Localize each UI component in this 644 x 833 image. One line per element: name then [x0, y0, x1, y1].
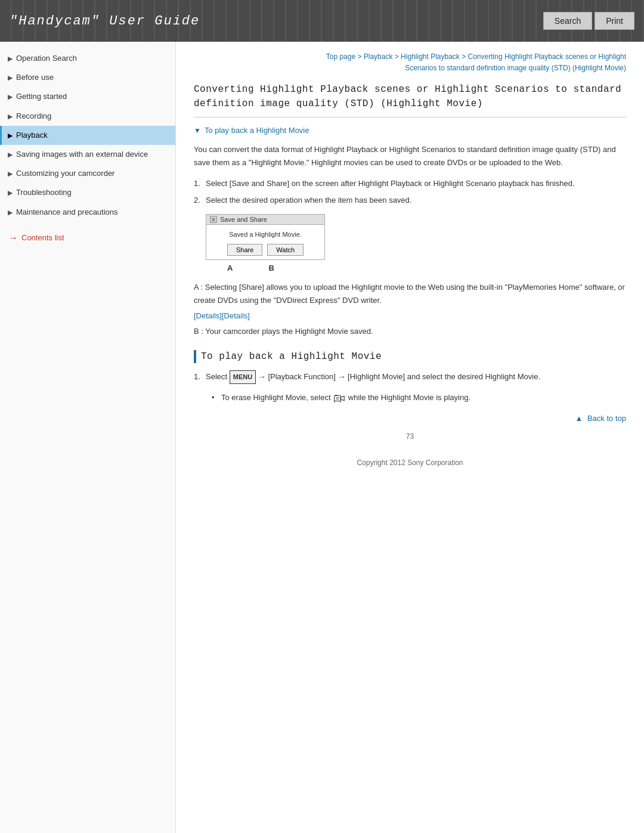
label-b: B [268, 264, 274, 272]
screenshot-titlebar: x Save and Share [206, 215, 324, 225]
body-text-1: You can convert the data format of Highl… [194, 143, 626, 169]
arrow-right-icon: → [8, 233, 18, 243]
screenshot-message: Saved a Highlight Movie. [212, 231, 318, 238]
section2-title: To play back a Highlight Movie [201, 351, 382, 362]
sidebar-item-label: Saving images with an external device [16, 149, 148, 160]
breadcrumb-line2: Scenarios to standard definition image q… [405, 64, 626, 72]
step2-1: Select MENU → [Playback Function] → [Hig… [194, 370, 626, 384]
sidebar-item-label: Troubleshooting [16, 187, 72, 198]
sidebar-item-label: Recording [16, 111, 51, 122]
step-2: Select the desired operation when the it… [194, 194, 626, 207]
bullet-item-1: To erase Highlight Movie, select while t… [212, 391, 626, 404]
sidebar-item-troubleshooting[interactable]: ▶ Troubleshooting [0, 183, 175, 202]
sidebar-item-label: Maintenance and precautions [16, 207, 118, 218]
ab-labels: A B [227, 264, 626, 272]
sidebar-item-label: Customizing your camcorder [16, 168, 114, 179]
back-to-top[interactable]: ▲ Back to top [194, 414, 626, 423]
section-link-text[interactable]: To play back a Highlight Movie [205, 126, 309, 135]
steps-list: Select [Save and Share] on the screen af… [194, 177, 626, 207]
screenshot-buttons: Share Watch [212, 244, 318, 256]
arrow-icon: ▶ [8, 92, 13, 101]
print-button[interactable]: Print [595, 12, 634, 30]
sidebar-item-label: Before use [16, 72, 54, 83]
sidebar-item-label: Playback [16, 130, 48, 141]
sidebar-item-saving-images[interactable]: ▶ Saving images with an external device [0, 145, 175, 164]
arrow-icon: ▶ [8, 208, 13, 217]
step-1: Select [Save and Share] on the screen af… [194, 177, 626, 190]
app-title: "Handycam" User Guide [10, 14, 200, 29]
details-link[interactable]: [Details][Details] [194, 311, 250, 320]
watch-button[interactable]: Watch [267, 244, 304, 256]
header: "Handycam" User Guide Search Print [0, 0, 644, 42]
triangle-icon: ▼ [194, 126, 201, 135]
section-link[interactable]: ▼ To play back a Highlight Movie [194, 126, 626, 135]
arrow-icon: ▶ [8, 131, 13, 140]
sidebar-item-label: Getting started [16, 91, 67, 102]
bullet-suffix: while the Highlight Movie is playing. [348, 393, 470, 402]
svg-rect-0 [335, 395, 341, 401]
sidebar-item-before-use[interactable]: ▶ Before use [0, 68, 175, 87]
copyright: Copyright 2012 Sony Corporation [194, 459, 626, 479]
steps-list-2: Select MENU → [Playback Function] → [Hig… [194, 370, 626, 384]
sidebar-item-operation-search[interactable]: ▶ Operation Search [0, 49, 175, 68]
svg-marker-1 [340, 396, 344, 401]
bullet-list: To erase Highlight Movie, select while t… [212, 391, 626, 404]
details-links: [Details][Details] [194, 309, 626, 323]
step-2-text: Select the desired operation when the it… [206, 196, 411, 205]
step-1-text: Select [Save and Share] on the screen af… [206, 179, 575, 188]
breadcrumb-line1: Top page > Playback > Highlight Playback… [326, 52, 626, 61]
screenshot-body: Saved a Highlight Movie. Share Watch [206, 225, 324, 259]
arrow-icon: ▶ [8, 169, 13, 178]
bullet-prefix: To erase Highlight Movie, select [221, 393, 331, 402]
svg-rect-3 [335, 395, 337, 396]
page-number: 73 [194, 432, 626, 441]
sidebar-item-recording[interactable]: ▶ Recording [0, 107, 175, 126]
arrow-icon: ▶ [8, 54, 13, 63]
svg-point-2 [336, 397, 339, 400]
main-content: Top page > Playback > Highlight Playback… [176, 42, 644, 833]
sidebar-item-playback[interactable]: ▶ Playback [0, 126, 175, 145]
screenshot-dialog: x Save and Share Saved a Highlight Movie… [206, 214, 325, 260]
menu-badge: MENU [230, 370, 256, 384]
page-title: Converting Highlight Playback scenes or … [194, 82, 626, 117]
sidebar: ▶ Operation Search ▶ Before use ▶ Gettin… [0, 42, 176, 833]
camera-icon [334, 394, 345, 402]
note-b: B : Your camcorder plays the Highlight M… [194, 325, 626, 338]
contents-list-label: Contents list [21, 233, 64, 242]
blue-bar-icon [194, 350, 196, 363]
layout: ▶ Operation Search ▶ Before use ▶ Gettin… [0, 42, 644, 833]
breadcrumb: Top page > Playback > Highlight Playback… [194, 51, 626, 74]
arrow-icon: ▶ [8, 150, 13, 159]
sidebar-item-getting-started[interactable]: ▶ Getting started [0, 87, 175, 106]
step2-1-mid: → [Playback Function] → [Highlight Movie… [258, 372, 540, 381]
label-a: A [227, 264, 233, 272]
sidebar-item-maintenance[interactable]: ▶ Maintenance and precautions [0, 203, 175, 222]
header-buttons: Search Print [543, 12, 634, 30]
close-button[interactable]: x [210, 216, 217, 223]
contents-list-link[interactable]: → Contents list [0, 227, 175, 249]
up-arrow-icon: ▲ [575, 414, 583, 423]
sidebar-item-customizing[interactable]: ▶ Customizing your camcorder [0, 164, 175, 183]
arrow-icon: ▶ [8, 73, 13, 82]
share-button[interactable]: Share [227, 244, 262, 256]
search-button[interactable]: Search [543, 12, 592, 30]
section2-title-bar: To play back a Highlight Movie [194, 350, 626, 363]
step2-1-prefix: Select [206, 372, 227, 381]
sidebar-item-label: Operation Search [16, 53, 77, 64]
arrow-icon: ▶ [8, 112, 13, 121]
back-to-top-link[interactable]: ▲ Back to top [575, 414, 626, 423]
note-a: A : Selecting [Share] allows you to uplo… [194, 281, 626, 307]
screenshot-title: Save and Share [220, 216, 267, 223]
arrow-icon: ▶ [8, 188, 13, 197]
